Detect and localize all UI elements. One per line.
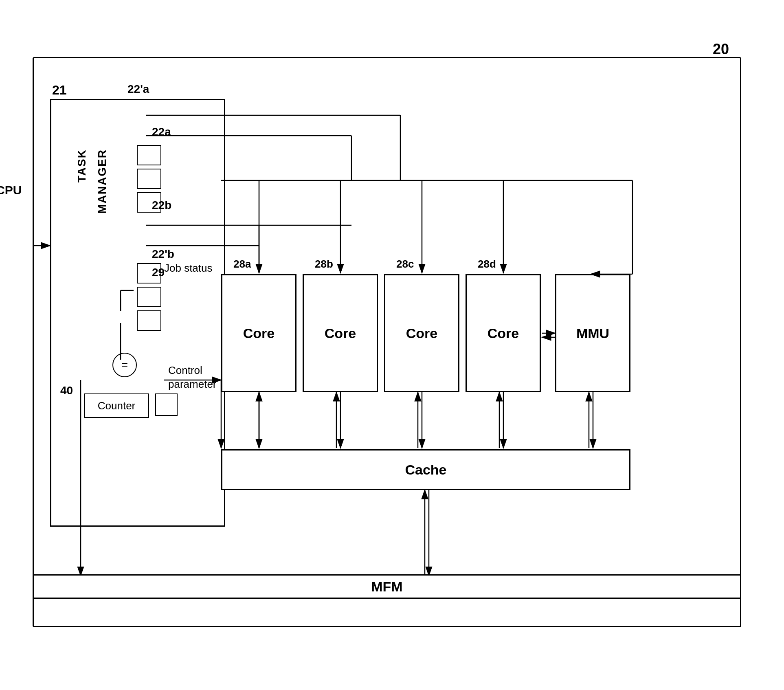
diagram-container: 20 TASK MANAGER =	[24, 24, 758, 668]
label-22b: 22b	[152, 199, 171, 212]
core-box-28a: Core	[221, 274, 296, 392]
mmu-label: MMU	[576, 325, 609, 341]
queue-box-a1	[137, 145, 161, 165]
queue-box-a2	[137, 169, 161, 189]
task-text: TASK	[74, 149, 90, 182]
mmu-box: MMU	[555, 274, 630, 392]
label-20: 20	[713, 41, 729, 58]
mfm-bar: MFM	[33, 574, 741, 599]
control-param-label: Control parameter	[168, 364, 217, 391]
manager-text: MANAGER	[94, 149, 110, 214]
core-box-28d: Core	[466, 274, 541, 392]
counter-label: Counter	[98, 400, 136, 412]
core-box-28c: Core	[384, 274, 459, 392]
comparator-symbol: =	[121, 358, 128, 371]
label-22a: 22a	[152, 125, 171, 138]
core-box-28b: Core	[303, 274, 378, 392]
label-22b-prime: 22'b	[152, 248, 174, 261]
counter-box: Counter	[84, 393, 149, 418]
label-40: 40	[60, 384, 73, 397]
label-22a-prime: 22'a	[127, 83, 149, 96]
queue-box-b3	[137, 310, 161, 331]
inner-box-21: TASK MANAGER = Counter	[50, 99, 225, 527]
comparator: =	[112, 353, 137, 377]
label-28d: 28d	[478, 258, 496, 270]
label-28a: 28a	[233, 258, 251, 270]
label-29: 29	[152, 266, 165, 279]
label-28c: 28c	[396, 258, 414, 270]
core-label-c: Core	[406, 325, 437, 341]
core-label-a: Core	[243, 325, 275, 341]
outer-box: TASK MANAGER = Counter	[33, 57, 741, 627]
cache-box: Cache	[221, 449, 630, 490]
mfm-label: MFM	[371, 579, 402, 595]
core-label-d: Core	[488, 325, 519, 341]
cpu-label: CPU	[0, 183, 22, 197]
label-21: 21	[52, 83, 67, 98]
job-status-label: Job status	[164, 262, 213, 275]
label-28b: 28b	[315, 258, 333, 270]
cache-label: Cache	[405, 462, 446, 478]
small-box-counter	[155, 393, 178, 416]
core-label-b: Core	[325, 325, 356, 341]
queue-box-b2	[137, 287, 161, 307]
